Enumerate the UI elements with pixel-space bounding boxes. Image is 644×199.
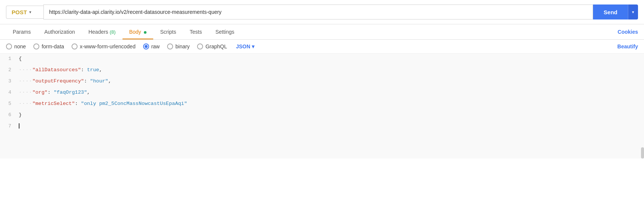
code-line-2: 2 ····"allDatasources": true,: [0, 65, 644, 76]
radio-graphql-circle: [197, 43, 203, 49]
url-bar: POST ▾ Send ▾: [0, 0, 644, 24]
radio-binary-circle: [167, 43, 173, 49]
tab-headers[interactable]: Headers (8): [82, 24, 123, 39]
format-chevron-icon: ▾: [252, 43, 254, 49]
radio-graphql[interactable]: GraphQL: [197, 43, 227, 49]
code-line-4: 4 ····"org": "faqOrg123",: [0, 87, 644, 99]
tab-tests[interactable]: Tests: [183, 24, 209, 39]
line-number-3: 3: [0, 76, 15, 86]
radio-none-circle: [6, 43, 12, 49]
format-selector[interactable]: JSON ▾: [236, 43, 254, 49]
line-number-1: 1: [0, 54, 15, 64]
method-chevron-icon: ▾: [29, 10, 31, 15]
tab-settings[interactable]: Settings: [209, 24, 241, 39]
beautify-button[interactable]: Beautify: [617, 43, 638, 49]
line-number-7: 7: [0, 121, 15, 131]
url-input[interactable]: [43, 4, 593, 19]
line-content-3: ····"outputFrequency": "hour",: [15, 76, 644, 86]
code-line-3: 3 ····"outputFrequency": "hour",: [0, 76, 644, 87]
code-line-1: 1 {: [0, 54, 644, 65]
tab-scripts[interactable]: Scripts: [153, 24, 183, 39]
line-number-2: 2: [0, 65, 15, 75]
radio-raw-circle: [143, 43, 149, 49]
text-cursor: [19, 123, 19, 129]
send-button[interactable]: Send: [593, 4, 628, 19]
line-content-7: [15, 121, 644, 131]
headers-badge: (8): [110, 29, 116, 35]
line-number-5: 5: [0, 99, 15, 109]
radio-urlencoded[interactable]: x-www-form-urlencoded: [72, 43, 136, 49]
line-number-6: 6: [0, 110, 15, 120]
radio-binary[interactable]: binary: [167, 43, 190, 49]
line-content-1: {: [15, 54, 644, 64]
request-tabs: Params Authorization Headers (8) Body Sc…: [0, 24, 644, 40]
method-selector[interactable]: POST ▾: [6, 6, 43, 19]
line-content-5: ····"metricSelect": "only pm2_5ConcMassN…: [15, 99, 644, 109]
tab-authorization[interactable]: Authorization: [37, 24, 82, 39]
method-label: POST: [12, 9, 27, 15]
radio-none[interactable]: none: [6, 43, 26, 49]
body-dot-indicator: [144, 31, 146, 34]
send-dropdown-button[interactable]: ▾: [628, 4, 638, 19]
tab-body[interactable]: Body: [123, 24, 154, 39]
code-line-6: 6 }: [0, 110, 644, 121]
line-number-4: 4: [0, 87, 15, 97]
code-editor[interactable]: 1 { 2 ····"allDatasources": true, 3 ····…: [0, 54, 644, 159]
code-line-7: 7: [0, 121, 644, 132]
vertical-scrollbar[interactable]: [641, 147, 644, 159]
line-content-2: ····"allDatasources": true,: [15, 65, 644, 75]
radio-urlencoded-circle: [72, 43, 78, 49]
body-type-bar: none form-data x-www-form-urlencoded raw…: [0, 40, 644, 54]
cookies-link[interactable]: Cookies: [618, 24, 638, 39]
send-btn-group: Send ▾: [593, 4, 638, 19]
line-content-4: ····"org": "faqOrg123",: [15, 87, 644, 97]
radio-form-data-circle: [33, 43, 39, 49]
tab-params[interactable]: Params: [6, 24, 37, 39]
radio-form-data[interactable]: form-data: [33, 43, 64, 49]
code-line-5: 5 ····"metricSelect": "only pm2_5ConcMas…: [0, 99, 644, 110]
line-content-6: }: [15, 110, 644, 120]
radio-raw[interactable]: raw: [143, 43, 160, 49]
